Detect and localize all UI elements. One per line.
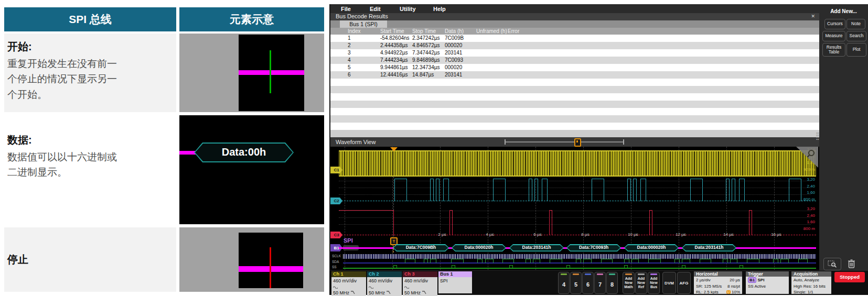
zoom-box-icon <box>828 260 837 268</box>
channel-settings-ch3[interactable]: Ch 3460 mV/div50 MHz <box>403 271 437 293</box>
cell: 000020 <box>445 64 462 70</box>
table-row[interactable] <box>330 108 819 115</box>
table-row[interactable] <box>330 93 819 101</box>
col-header-error[interactable]: Error <box>508 28 519 34</box>
trigger-position-icon: U <box>726 290 731 294</box>
acquisition-title: Acquisition <box>791 271 831 277</box>
col-header-start-time[interactable]: Start Time <box>380 28 404 34</box>
add-new-ref-button[interactable]: Add New Ref <box>635 272 647 294</box>
sda-pulse <box>648 259 661 263</box>
cell: 203141 <box>445 72 462 78</box>
channel-badge-c2[interactable]: C2 <box>330 198 342 204</box>
add-new-note-button[interactable]: Note <box>846 19 865 29</box>
channel-settings-ch1[interactable]: Ch 1460 mV/div50 MHz <box>331 271 366 293</box>
trigger-icon[interactable] <box>390 147 398 151</box>
close-icon[interactable]: ✕ <box>811 14 815 19</box>
scale-label-c3: 2.40 <box>807 213 815 218</box>
dvm-button[interactable]: DVM <box>662 272 676 294</box>
waveform-plot[interactable]: 2 µs4 µs6 µs8 µs10 µs12 µs14 µs16 µsC1C2… <box>330 147 819 270</box>
add-new-cursors-button[interactable]: Cursors <box>824 19 845 29</box>
bus-decode-frame: Data:203141h <box>509 244 564 251</box>
add-new-math-button[interactable]: Add New Math <box>623 272 635 294</box>
channel-button-7[interactable]: 7 <box>594 272 606 294</box>
col-header-data-h-[interactable]: Data (h) <box>445 28 464 34</box>
table-row[interactable] <box>330 123 819 130</box>
pan-zoom-slider[interactable] <box>506 141 624 142</box>
tab-bus1-spi[interactable]: Bus 1 (SPI) <box>340 20 387 28</box>
add-new-search-button[interactable]: Search <box>846 31 866 41</box>
ch3-spike <box>449 210 453 235</box>
scale-label-c2: 800 m <box>803 197 815 202</box>
col-header-unframed-h-[interactable]: Unframed (h) <box>476 28 507 34</box>
sda-pulse <box>773 259 778 263</box>
menu-utility[interactable]: Utility <box>400 6 416 12</box>
bus-label: SPI <box>344 237 353 244</box>
panel-divider-handle[interactable]: •••••••• <box>816 132 819 146</box>
ch2-pulse <box>443 179 449 201</box>
sda-pulse <box>747 259 759 263</box>
menu-edit[interactable]: Edit <box>370 6 381 12</box>
add-new-bus-button[interactable]: Add New Bus <box>648 272 660 294</box>
channel-button-4[interactable]: 4 <box>558 272 570 294</box>
stopped-button[interactable]: Stopped <box>834 272 865 282</box>
trigger-slider-icon[interactable] <box>574 138 581 147</box>
col-header-index[interactable]: Index <box>348 28 360 34</box>
add-new-measure-button[interactable]: Measure <box>822 31 845 41</box>
table-row[interactable]: 59.944861µs12.34734µs000020 <box>330 64 819 71</box>
trash-button[interactable] <box>844 258 858 269</box>
cell: 12.34734µs <box>412 64 440 70</box>
horizontal-details: 2 µs/div20 µsSR: 125 MS/s8 ns/ptRL: 2.5 … <box>694 277 742 294</box>
time-label: 8 µs <box>581 232 589 237</box>
ch1-waveform <box>339 150 816 177</box>
menu-help[interactable]: Help <box>433 6 446 12</box>
channel-button-5[interactable]: 5 <box>570 272 582 294</box>
table-row[interactable]: 612.44416µs14.847µs203141 <box>330 71 819 79</box>
table-row[interactable]: 34.944922µs7.347442µs203141 <box>330 49 819 57</box>
results-panel-titlebar[interactable]: Bus Decode Results ✕ <box>330 13 819 20</box>
sda-pulse <box>576 259 581 263</box>
sda-pulse <box>723 259 728 263</box>
frame-label: Data:203141h <box>509 245 564 250</box>
channel-details: SPI <box>438 277 472 286</box>
sda-pulse <box>424 259 428 263</box>
waveform-titlebar[interactable]: Waveform View <box>330 137 819 147</box>
ch2-pulse <box>542 179 548 201</box>
table-row[interactable] <box>330 86 819 93</box>
table-row[interactable]: 22.444358µs4.846572µs000020 <box>330 42 819 49</box>
table-row[interactable]: 47.444234µs9.846898µs7C0093 <box>330 57 819 64</box>
add-new-results-table-button[interactable]: Results Table <box>822 43 845 57</box>
stop-title: 停止 <box>7 253 176 267</box>
sda-pulse <box>624 259 629 263</box>
afg-button[interactable]: AFG <box>677 272 691 294</box>
zoom-tool-button[interactable] <box>823 258 841 270</box>
channel-settings-ch2[interactable]: Ch 2460 mV/div50 MHz <box>367 271 402 293</box>
table-row[interactable] <box>330 79 819 86</box>
add-new-plot-button[interactable]: Plot <box>846 43 866 57</box>
menu-file[interactable]: File <box>341 6 351 12</box>
bus-trigger-flag-icon[interactable]: T <box>390 237 398 245</box>
horizontal-panel[interactable]: Horizontal2 µs/div20 µsSR: 125 MS/s8 ns/… <box>694 271 742 293</box>
cell: 6 <box>348 72 351 78</box>
cell: 2.347242µs <box>412 35 440 41</box>
acquisition-panel[interactable]: AcquisitionAuto, AnalyzeHigh Res: 16 bit… <box>791 271 831 293</box>
probe-icon <box>404 286 409 289</box>
trigger-panel[interactable]: TriggerB1 SPISS Active <box>746 271 789 293</box>
horizontal-title: Horizontal <box>694 271 742 277</box>
table-row[interactable] <box>330 101 819 108</box>
channel-button-6[interactable]: 6 <box>582 272 594 294</box>
sda-pulse <box>477 259 483 263</box>
col-header-stop-time[interactable]: Stop Time <box>412 28 436 34</box>
table-row[interactable] <box>330 115 819 123</box>
channel-settings-bus1[interactable]: Bus 1SPI <box>438 271 472 293</box>
table-row[interactable]: 1-54.82604ns2.347242µs7C009B <box>330 35 819 42</box>
channel-button-8[interactable]: 8 <box>606 272 618 294</box>
scale-label-c3: 3.20 <box>807 206 815 211</box>
start-title: 开始: <box>7 40 176 54</box>
table-header-element: 元素示意 <box>179 7 324 31</box>
ss-notch <box>509 265 513 268</box>
probe-icon <box>333 286 338 289</box>
channel-details: 460 mV/div50 MHz <box>367 277 402 296</box>
slider-right-bracket <box>623 139 624 145</box>
bus-decode-frame: Data:000020h <box>624 244 679 251</box>
ch2-pulse <box>732 179 735 201</box>
